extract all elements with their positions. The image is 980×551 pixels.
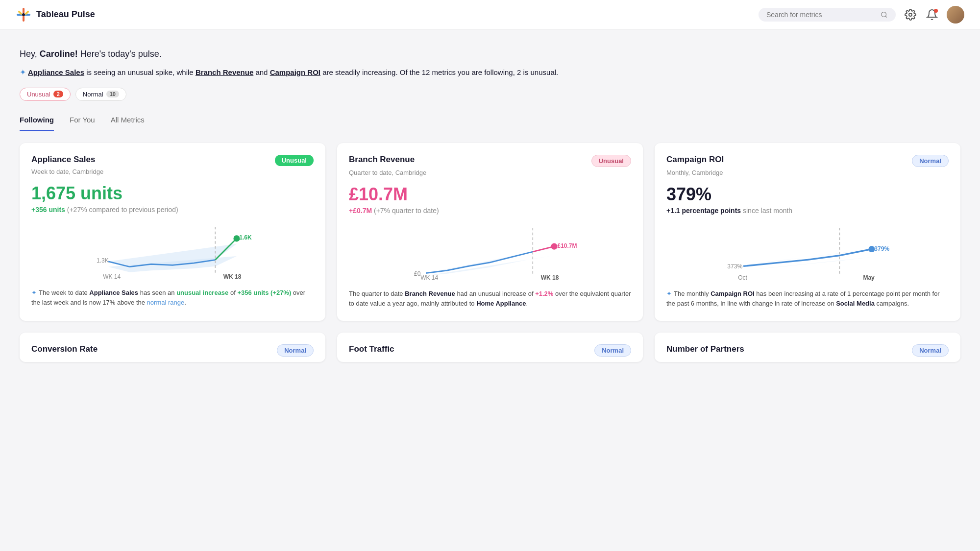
avatar-image — [947, 6, 964, 24]
insight-ai-icon-campaign: ✦ — [666, 290, 672, 297]
svg-rect-0 — [23, 8, 24, 14]
card-campaign-badge: Normal — [912, 155, 949, 167]
card-campaign-chart: Oct May 373% 379% — [666, 222, 949, 281]
cards-grid: Appliance Sales Unusual Week to date, Ca… — [20, 143, 960, 321]
branch-chart-svg: WK 14 WK 18 £0 £10.7M — [349, 222, 631, 281]
filter-unusual-label: Unusual — [27, 91, 50, 98]
svg-text:£10.7M: £10.7M — [557, 242, 577, 249]
summary-link-appliance[interactable]: Appliance Sales — [28, 68, 84, 76]
svg-text:May: May — [863, 274, 875, 281]
svg-point-20 — [551, 243, 557, 249]
header-actions — [759, 6, 964, 24]
svg-text:379%: 379% — [874, 245, 889, 252]
summary-text-before: is seeing an unusual spike, while — [84, 68, 196, 76]
svg-marker-18 — [426, 255, 554, 275]
appliance-chart-svg: WK 14 WK 18 1.3K 1.6K — [31, 221, 314, 280]
card-appliance-insight: ✦The week to date Appliance Sales has se… — [31, 288, 314, 309]
svg-text:Oct: Oct — [738, 274, 747, 281]
summary-text: ✦Appliance Sales is seeing an unusual sp… — [20, 66, 960, 79]
card-appliance-value: 1,675 units — [31, 183, 314, 204]
card-appliance-header: Appliance Sales Unusual — [31, 155, 314, 166]
settings-icon — [905, 9, 916, 21]
card-partners: Number of Partners Normal — [655, 333, 960, 362]
card-branch-subtitle: Quarter to date, Cambridge — [349, 169, 631, 176]
tableau-logo — [16, 7, 31, 23]
svg-text:WK 18: WK 18 — [541, 274, 559, 281]
filter-normal-label: Normal — [83, 91, 103, 98]
card-appliance-badge: Unusual — [275, 155, 314, 166]
greeting-name: Caroline! — [40, 49, 78, 59]
card-appliance-chart: WK 14 WK 18 1.3K 1.6K — [31, 221, 314, 280]
main-content: Hey, Caroline! Here's today's pulse. ✦Ap… — [0, 29, 980, 372]
tabs: Following For You All Metrics — [20, 116, 960, 131]
card-appliance-subtitle: Week to date, Cambridge — [31, 168, 314, 175]
tab-all-metrics[interactable]: All Metrics — [111, 116, 145, 131]
card-partners-header: Number of Partners Normal — [666, 344, 949, 357]
svg-point-8 — [909, 13, 912, 16]
card-foot-title: Foot Traffic — [349, 344, 394, 354]
svg-text:WK 14: WK 14 — [103, 273, 121, 280]
filter-row: Unusual 2 Normal 10 — [20, 88, 960, 101]
card-branch-badge: Unusual — [591, 155, 631, 167]
greeting-prefix: Hey, — [20, 49, 40, 59]
filter-normal-count: 10 — [106, 91, 119, 97]
card-campaign-value: 379% — [666, 184, 949, 205]
card-campaign-title: Campaign ROI — [666, 155, 724, 165]
svg-text:373%: 373% — [727, 263, 742, 269]
search-icon — [881, 11, 888, 19]
card-campaign-roi: Campaign ROI Normal Monthly, Cambridge 3… — [655, 143, 960, 321]
card-conversion-title: Conversion Rate — [31, 344, 98, 354]
insight-ai-icon: ✦ — [31, 289, 37, 296]
card-conversion-header: Conversion Rate Normal — [31, 344, 314, 357]
card-branch-chart: WK 14 WK 18 £0 £10.7M — [349, 222, 631, 281]
card-foot-traffic: Foot Traffic Normal — [337, 333, 643, 362]
summary-link-branch[interactable]: Branch Revenue — [196, 68, 253, 76]
card-campaign-insight: ✦The monthly Campaign ROI has been incre… — [666, 289, 949, 310]
card-branch-change: +£0.7M (+7% quarter to date) — [349, 207, 631, 215]
card-conversion-rate: Conversion Rate Normal — [20, 333, 325, 362]
card-branch-revenue: Branch Revenue Unusual Quarter to date, … — [337, 143, 643, 321]
notifications-button[interactable] — [925, 8, 939, 22]
tab-for-you[interactable]: For You — [70, 116, 95, 131]
card-campaign-header: Campaign ROI Normal — [666, 155, 949, 167]
summary-text-after: are steadily increasing. Of the 12 metri… — [320, 68, 558, 76]
card-campaign-change: +1.1 percentage points since last month — [666, 207, 949, 215]
svg-text:£0: £0 — [414, 270, 421, 277]
svg-text:1.6K: 1.6K — [239, 234, 252, 241]
greeting: Hey, Caroline! Here's today's pulse. — [20, 49, 960, 59]
card-partners-badge: Normal — [912, 344, 949, 357]
card-conversion-badge: Normal — [277, 344, 314, 357]
card-campaign-subtitle: Monthly, Cambridge — [666, 169, 949, 176]
card-appliance-title: Appliance Sales — [31, 155, 95, 165]
app-title: Tableau Pulse — [36, 9, 95, 20]
filter-unusual-count: 2 — [53, 91, 63, 97]
tab-following[interactable]: Following — [20, 116, 54, 131]
filter-unusual[interactable]: Unusual 2 — [20, 88, 71, 101]
settings-button[interactable] — [904, 8, 917, 22]
logo-area: Tableau Pulse — [16, 7, 95, 23]
svg-marker-25 — [743, 249, 872, 265]
summary-text-and: and — [253, 68, 270, 76]
card-branch-title: Branch Revenue — [349, 155, 415, 165]
svg-point-7 — [882, 12, 886, 17]
svg-text:1.3K: 1.3K — [97, 257, 109, 264]
card-partners-title: Number of Partners — [666, 344, 744, 354]
avatar[interactable] — [947, 6, 964, 24]
summary-link-campaign[interactable]: Campaign ROI — [270, 68, 320, 76]
search-bar[interactable] — [759, 8, 896, 22]
greeting-suffix: Here's today's pulse. — [78, 49, 162, 59]
card-appliance-change: +356 units (+27% compared to previous pe… — [31, 206, 314, 214]
card-branch-value: £10.7M — [349, 184, 631, 205]
svg-rect-1 — [23, 16, 24, 22]
svg-text:WK 14: WK 14 — [420, 274, 438, 281]
ai-icon: ✦ — [20, 66, 26, 79]
campaign-chart-svg: Oct May 373% 379% — [666, 222, 949, 281]
svg-text:WK 18: WK 18 — [223, 273, 242, 280]
search-input[interactable] — [766, 11, 877, 19]
card-branch-header: Branch Revenue Unusual — [349, 155, 631, 167]
card-foot-header: Foot Traffic Normal — [349, 344, 631, 357]
svg-point-6 — [22, 13, 25, 16]
bottom-cards: Conversion Rate Normal Foot Traffic Norm… — [20, 333, 960, 372]
card-foot-badge: Normal — [594, 344, 631, 357]
filter-normal[interactable]: Normal 10 — [75, 88, 126, 101]
